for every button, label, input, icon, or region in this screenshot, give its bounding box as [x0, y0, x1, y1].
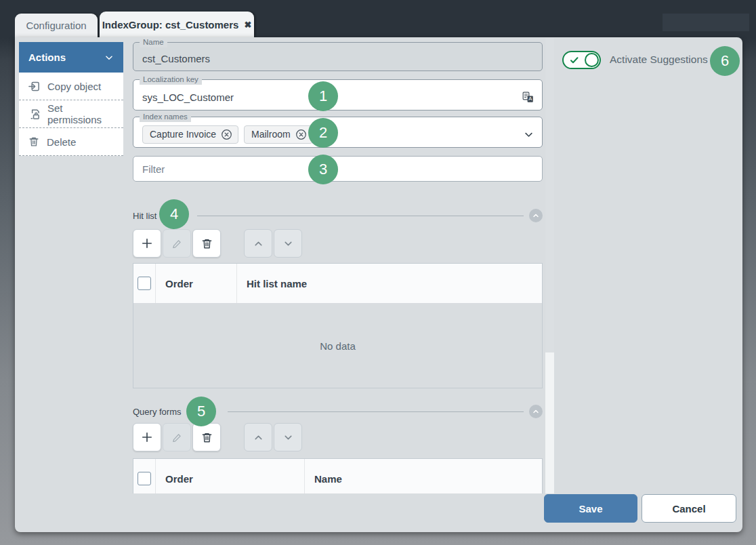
actions-menu: Copy object Set permissions [19, 73, 123, 156]
chevron-up-icon [253, 432, 264, 443]
hit-list-toolbar [133, 229, 303, 258]
hit-list-move-up-button[interactable] [244, 229, 272, 258]
sidebar-item-label: Copy object [47, 81, 101, 92]
actions-menu-header[interactable]: Actions [19, 42, 123, 73]
name-field-label: Name [140, 37, 167, 47]
header-checkbox-cell [133, 264, 156, 303]
remove-chip-icon[interactable] [221, 129, 232, 140]
query-forms-order-column-header: Order [156, 459, 305, 493]
chevron-up-icon [532, 407, 540, 416]
translate-icon[interactable]: A [522, 92, 534, 103]
trash-icon [201, 431, 213, 444]
close-tab-icon[interactable]: ✖ [244, 20, 251, 29]
save-button[interactable]: Save [544, 494, 637, 523]
localization-key-label: Localization key [140, 75, 202, 85]
header-checkbox-cell [133, 459, 156, 493]
hit-list-title: Hit list [133, 211, 156, 221]
query-forms-toolbar [133, 423, 303, 451]
tab-indexgroup[interactable]: IndexGroup: cst_Customers ✖ [100, 12, 254, 37]
hit-list-table-header: Order Hit list name [133, 264, 542, 304]
window-control-area [663, 14, 749, 31]
svg-text:A: A [528, 96, 532, 102]
annotation-badge-5: 5 [186, 397, 216, 426]
sidebar-item-label: Set permissions [47, 102, 114, 125]
index-names-label: Index names [140, 112, 191, 122]
hit-list-move-down-button[interactable] [274, 229, 302, 258]
localization-key-value: sys_LOC_Customer [142, 92, 234, 103]
index-chip-capture-invoice[interactable]: Capture Invoice [142, 125, 238, 144]
configuration-panel: Actions Copy object [15, 37, 742, 532]
chevron-down-icon [282, 432, 294, 443]
sidebar-item-label: Delete [47, 136, 76, 148]
chevron-down-icon [282, 238, 294, 249]
sidebar-item-copy-object[interactable]: Copy object [19, 73, 123, 100]
query-forms-move-down-button[interactable] [274, 423, 302, 451]
chevron-up-icon [253, 238, 264, 249]
section-divider [197, 216, 524, 216]
hit-list-empty-state: No data [133, 304, 542, 388]
sidebar-item-set-permissions[interactable]: Set permissions [19, 100, 123, 128]
chevron-down-icon[interactable] [524, 129, 534, 140]
query-forms-table: Order Name [133, 458, 543, 493]
section-divider [228, 411, 524, 412]
tab-configuration[interactable]: Configuration [15, 14, 98, 37]
remove-chip-icon[interactable] [295, 129, 307, 140]
set-permissions-icon [28, 108, 41, 121]
vertical-scrollbar[interactable] [545, 38, 554, 493]
query-forms-collapse-button[interactable] [529, 405, 543, 418]
no-data-text: No data [320, 340, 356, 352]
activate-suggestions-label: Activate Suggestions [610, 54, 708, 66]
activate-suggestions-toggle[interactable] [562, 51, 601, 69]
hit-list-section-header: Hit list [133, 209, 543, 222]
delete-icon [28, 136, 40, 148]
toggle-knob [585, 53, 599, 67]
query-forms-edit-button[interactable] [163, 423, 191, 451]
trash-icon [201, 237, 213, 250]
pencil-icon [171, 238, 183, 249]
sidebar-item-delete[interactable]: Delete [19, 128, 123, 156]
plus-icon [140, 237, 154, 250]
annotation-badge-4: 4 [159, 199, 189, 229]
query-forms-name-column-header: Name [305, 459, 542, 493]
tab-configuration-label: Configuration [26, 20, 86, 31]
scrollbar-thumb[interactable] [545, 38, 554, 352]
query-forms-title: Query forms [133, 407, 182, 417]
annotation-badge-1: 1 [308, 81, 338, 111]
hit-list-delete-button[interactable] [192, 229, 221, 258]
app-window: Configuration IndexGroup: cst_Customers … [0, 0, 756, 545]
hit-list-table: Order Hit list name No data [133, 263, 543, 388]
annotation-badge-3: 3 [308, 155, 338, 184]
pencil-icon [171, 432, 183, 443]
query-forms-add-button[interactable] [133, 423, 161, 451]
name-field[interactable]: Name cst_Customers [133, 42, 543, 71]
chevron-up-icon [532, 211, 540, 220]
annotation-badge-6: 6 [710, 46, 740, 76]
hit-list-collapse-button[interactable] [529, 209, 543, 222]
query-forms-table-header: Order Name [133, 459, 542, 493]
hit-list-add-button[interactable] [133, 229, 161, 258]
hit-list-select-all-checkbox[interactable] [138, 277, 151, 290]
name-field-value: cst_Customers [142, 53, 210, 64]
query-forms-move-up-button[interactable] [244, 423, 272, 451]
actions-sidebar: Actions Copy object [19, 42, 123, 156]
copy-object-icon [28, 80, 41, 93]
annotation-badge-2: 2 [308, 118, 338, 148]
chip-label: Mailroom [251, 129, 291, 140]
hit-list-edit-button[interactable] [163, 229, 191, 258]
check-icon [569, 55, 580, 66]
plus-icon [140, 430, 154, 444]
tab-indexgroup-label: IndexGroup: cst_Customers [102, 19, 239, 31]
actions-menu-label: Actions [28, 52, 66, 63]
chip-label: Capture Invoice [150, 129, 216, 140]
query-forms-select-all-checkbox[interactable] [138, 472, 151, 485]
query-forms-delete-button[interactable] [192, 423, 221, 451]
index-chip-mailroom[interactable]: Mailroom [244, 125, 313, 144]
hit-list-name-column-header: Hit list name [237, 264, 542, 303]
chevron-down-icon [104, 53, 114, 62]
cancel-button[interactable]: Cancel [642, 494, 736, 523]
hit-list-order-column-header: Order [156, 264, 237, 303]
